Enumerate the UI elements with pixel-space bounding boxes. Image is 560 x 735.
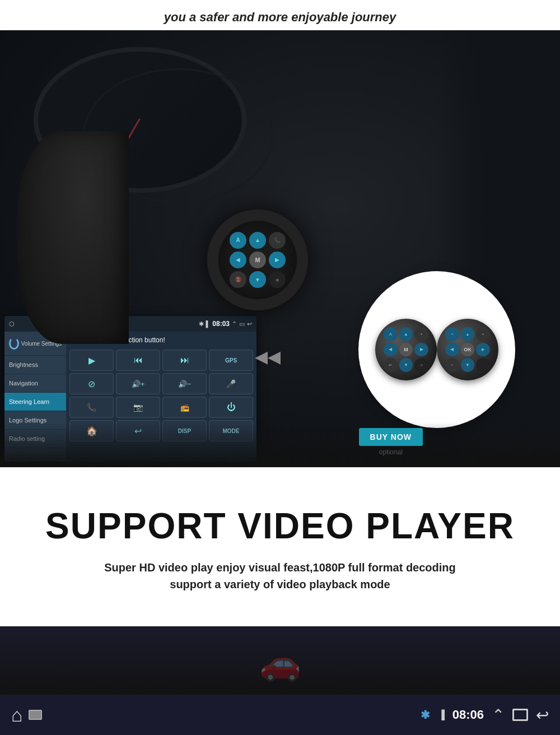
sidebar-item-steering-learn[interactable]: Steering Learn <box>4 393 66 411</box>
status-icons: ✱ ▌ 08:03 ⌃ ▭ ↩ <box>199 320 253 328</box>
hero-bottom-fade <box>0 422 560 467</box>
window-icon-status: ▭ <box>239 320 245 328</box>
remote-device-right: + ▲ › ◀ OK ▶ − ▼ <box>437 319 498 380</box>
rbtn2-down2[interactable]: ▼ <box>461 358 475 372</box>
window-control-icon[interactable] <box>512 709 528 721</box>
rbtn-left[interactable]: ◀ <box>384 343 398 357</box>
remote-right-grid: + ▲ › ◀ OK ▶ − ▼ <box>445 327 490 372</box>
sw-btn-left[interactable]: ◀ <box>230 252 246 269</box>
bt-status-icon: ✱ <box>199 320 204 328</box>
home-icon[interactable]: ⌂ <box>11 704 23 726</box>
rbtn2-plus[interactable]: + <box>445 327 459 341</box>
signal-icon: ▐ <box>438 710 444 720</box>
sidebar-item-brightness[interactable]: Brightness <box>4 356 66 374</box>
func-btn-mic[interactable]: 🎤 <box>209 373 253 394</box>
bottom-time-display: 08:06 <box>452 708 484 722</box>
sw-btn-top[interactable]: ▲ <box>249 232 266 249</box>
rbtn-top[interactable]: ▲ <box>399 327 413 341</box>
sidebar-item-navigation[interactable]: Navigation <box>4 374 66 393</box>
buy-now-section: BUY NOW optional <box>359 428 423 456</box>
rbtn2-top2[interactable]: ▲ <box>461 327 475 341</box>
func-btn-cancel[interactable]: ⊘ <box>69 373 114 394</box>
func-btn-vol-up[interactable]: 🔊+ <box>116 373 160 394</box>
rbtn-a[interactable]: A <box>384 327 398 341</box>
wifi-icon: ⌃ <box>232 320 237 328</box>
sidebar-steering-label: Steering Learn <box>9 398 49 405</box>
side-arrow: ◀◀ <box>255 347 281 366</box>
func-btn-prev[interactable]: ⏮ <box>116 350 160 371</box>
bottom-left-controls: ⌂ <box>11 704 42 726</box>
buy-now-button[interactable]: BUY NOW <box>359 428 423 446</box>
rbtn2-minus[interactable]: − <box>445 358 459 372</box>
rbtn-phone[interactable]: + <box>414 327 428 341</box>
section-desc-line1: Super HD video play enjoy visual feast,1… <box>22 559 538 576</box>
func-btn-radio[interactable]: 📻 <box>162 397 207 418</box>
bottom-scene: 🚗 <box>0 626 560 699</box>
rbtn-hangup[interactable]: ↩ <box>384 358 398 372</box>
sw-btn-phone[interactable]: 📞 <box>269 232 286 249</box>
section-title: SUPPORT VIDEO PLAYER <box>22 506 538 546</box>
sw-btn-a[interactable]: A <box>230 232 246 249</box>
remote-circle: A ▲ + ◀ M ▶ ↩ ▼ ■ + ▲ › ◀ OK <box>358 271 515 428</box>
statusbar-left: ⬡ <box>9 320 15 328</box>
video-section: SUPPORT VIDEO PLAYER Super HD video play… <box>0 467 560 626</box>
back-icon-status: ↩ <box>247 320 252 328</box>
sw-btn-m[interactable]: M <box>249 252 266 269</box>
rbtn-right[interactable]: ▶ <box>414 343 428 357</box>
remote-device-left: A ▲ + ◀ M ▶ ↩ ▼ ■ <box>375 319 437 380</box>
sw-btn-down[interactable]: ▼ <box>249 271 266 288</box>
func-btn-play[interactable]: ▶ <box>69 350 114 371</box>
bluetooth-icon: ✱ <box>421 708 430 722</box>
sw-btn-right[interactable]: ▶ <box>269 252 286 269</box>
sidebar-brightness-label: Brightness <box>9 361 38 368</box>
func-btn-gps[interactable]: GPS <box>209 350 253 371</box>
sw-btn-hangup[interactable]: 📵 <box>230 271 246 288</box>
hero-subtitle: you a safer and more enjoyable journey <box>0 6 560 30</box>
statusbar-window-icon: ⬡ <box>9 320 15 327</box>
hero-section: A ▲ 📞 ◀ M ▶ 📵 ▼ ■ ⬡ <box>0 30 560 467</box>
steering-wheel-left <box>17 131 129 344</box>
nav-up-icon[interactable]: ⌃ <box>492 706 505 724</box>
sidebar-navigation-label: Navigation <box>9 380 38 387</box>
func-btn-phone[interactable]: 📞 <box>69 397 114 418</box>
statusbar-time: 08:03 <box>212 320 230 328</box>
remote-left-grid: A ▲ + ◀ M ▶ ↩ ▼ ■ <box>384 327 428 372</box>
mini-window-icon[interactable] <box>29 710 42 720</box>
optional-text: optional <box>359 448 423 456</box>
rbtn2-ok[interactable]: OK <box>461 343 475 357</box>
section-desc-line2: support a variety of video playback mode <box>22 576 538 593</box>
sw-btn-sq[interactable]: ■ <box>269 271 286 288</box>
rbtn2-left2[interactable]: ◀ <box>445 343 459 357</box>
func-btn-next[interactable]: ⏭ <box>162 350 207 371</box>
rbtn2-right2[interactable]: ▶ <box>476 343 490 357</box>
rbtn-m[interactable]: M <box>399 343 413 357</box>
rbtn-down[interactable]: ▼ <box>399 358 413 372</box>
back-button-icon[interactable]: ↩ <box>536 706 549 724</box>
func-btn-vol-down[interactable]: 🔊− <box>162 373 207 394</box>
rbtn-sq[interactable]: ■ <box>414 358 428 372</box>
bottom-right-controls: ✱ ▐ 08:06 ⌃ ↩ <box>421 706 549 724</box>
func-btn-camera[interactable]: 📷 <box>116 397 160 418</box>
signal-status-icon: ▌ <box>206 320 211 327</box>
rbtn2-r[interactable]: › <box>476 327 490 341</box>
steering-wheel-controls: A ▲ 📞 ◀ M ▶ 📵 ▼ ■ <box>207 210 308 310</box>
rbtn2-empty <box>476 358 490 372</box>
func-btn-power[interactable]: ⏻ <box>209 397 253 418</box>
bottom-status-bar: ⌂ ✱ ▐ 08:06 ⌃ ↩ <box>0 695 560 735</box>
